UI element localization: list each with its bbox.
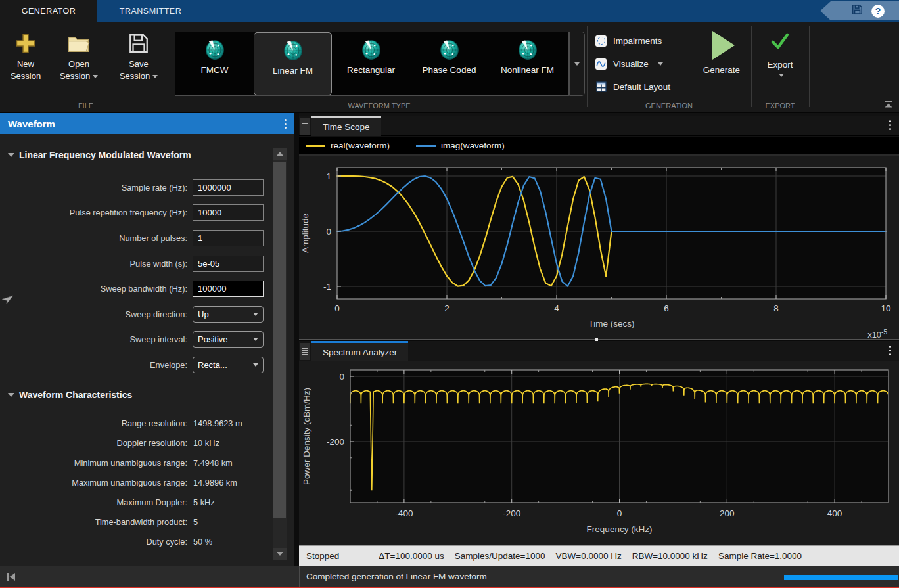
scroll-down-button[interactable] [273, 548, 287, 560]
visualize-button[interactable]: Visualize [595, 56, 663, 72]
play-icon [712, 31, 735, 60]
svg-text:Time (secs): Time (secs) [589, 319, 635, 328]
tab-transmitter[interactable]: TRANSMITTER [97, 0, 204, 22]
collapse-ribbon-button[interactable] [883, 100, 894, 109]
spectrum-menu-kebab-icon[interactable] [889, 346, 891, 355]
tab-time-scope[interactable]: Time Scope [311, 116, 381, 136]
generate-button[interactable]: Generate [694, 28, 749, 75]
panel-menu-kebab-icon[interactable] [285, 119, 287, 129]
field-row: Sample rate (Hz): [0, 179, 267, 196]
tab-generator-label: GENERATOR [22, 7, 76, 16]
radar-icon [360, 38, 382, 62]
sample-rate-input[interactable] [193, 179, 264, 196]
field-label: Envelope: [0, 360, 187, 370]
lfm-section-header[interactable]: Linear Frequency Modulated Waveform [8, 150, 191, 160]
save-icon[interactable] [851, 3, 864, 18]
waveform-item-linear-fm[interactable]: Linear FM [254, 32, 332, 95]
dropdown-arrow-icon [93, 75, 98, 78]
spectrum-status-strip: Stopped ΔT=100.0000 us Samples/Update=10… [299, 545, 899, 566]
bottom-bar-left [0, 566, 299, 587]
panel-scrollbar[interactable] [273, 148, 287, 560]
time-scope-tabbar: Time Scope [299, 116, 899, 136]
field-row: Sweep direction: Up [0, 305, 267, 323]
gallery-expand-button[interactable] [569, 32, 585, 96]
field-row: Sweep bandwidth (Hz): [0, 280, 267, 298]
generation-section-label: GENERATION [587, 102, 751, 110]
drag-grip-icon[interactable] [300, 343, 310, 360]
waveform-item-phase-coded[interactable]: Phase Coded [410, 32, 488, 95]
export-button[interactable]: Export [753, 28, 807, 77]
waveform-item-rectangular[interactable]: Rectangular [332, 32, 410, 95]
time-scope-legend: real(waveform) imag(waveform) [299, 137, 899, 156]
sweep-direction-dropdown[interactable]: Up [193, 306, 264, 323]
characteristic-row: Duty cycle:50 % [0, 535, 267, 548]
impairments-button[interactable]: Impairments [595, 33, 662, 49]
scrollbar-thumb[interactable] [273, 162, 286, 518]
dropdown-arrow-icon [152, 75, 158, 78]
field-label: Pulse repetition frequency (Hz): [0, 208, 187, 217]
legend-label: real(waveform) [331, 141, 390, 150]
dropdown-arrow-icon [779, 74, 784, 77]
field-label: Pulse width (s): [0, 259, 187, 269]
waveform-item-fmcw[interactable]: FMCW [175, 32, 254, 95]
radar-icon [517, 38, 539, 62]
panel-splitter-vertical[interactable] [294, 113, 299, 566]
layout-grid-icon [595, 81, 607, 93]
panel-title: Waveform [8, 118, 55, 129]
num-pulses-input[interactable] [193, 230, 264, 246]
ribbon-separator [172, 26, 172, 107]
generate-label: Generate [703, 65, 740, 75]
waveform-panel-header: Waveform [0, 113, 294, 134]
check-icon [770, 32, 791, 53]
time-scope-menu-kebab-icon[interactable] [889, 120, 891, 130]
waveform-item-label: Phase Coded [423, 65, 476, 76]
impairments-label: Impairments [613, 36, 662, 46]
svg-text:0: 0 [617, 509, 622, 518]
tab-generator[interactable]: GENERATOR [0, 0, 97, 22]
drag-grip-icon[interactable] [300, 118, 310, 135]
plus-icon [14, 28, 37, 58]
help-icon[interactable]: ? [871, 5, 885, 18]
visualize-label: Visualize [613, 59, 649, 69]
svg-text:1: 1 [326, 171, 331, 181]
svg-text:Frequency (kHz): Frequency (kHz) [587, 524, 653, 534]
open-session-button[interactable]: Open Session [51, 28, 106, 81]
scroll-up-button[interactable] [273, 148, 287, 160]
sweep-interval-dropdown[interactable]: Positive [193, 331, 264, 348]
ribbon-separator [809, 26, 810, 107]
new-session-button[interactable]: New Session [1, 28, 50, 81]
default-layout-button[interactable]: Default Layout [595, 79, 670, 95]
folder-icon [66, 28, 91, 58]
ribbon-separator [587, 26, 588, 107]
pulse-width-input[interactable] [193, 256, 264, 272]
characteristic-row: Maximum Doppler:5 kHz [0, 495, 267, 509]
save-session-label: Save Session [116, 58, 162, 81]
svg-text:8: 8 [773, 304, 779, 313]
sweep-bandwidth-input[interactable] [193, 281, 264, 297]
collapse-triangle-icon [8, 393, 14, 397]
ribbon: New Session Open Session Save Session FI… [0, 22, 899, 113]
save-session-button[interactable]: Save Session [110, 28, 167, 81]
sine-wave-icon [595, 58, 607, 70]
envelope-dropdown[interactable]: Recta... [193, 357, 264, 373]
collapse-panel-icon[interactable] [5, 571, 17, 583]
prf-input[interactable] [193, 204, 264, 221]
tab-spectrum-analyzer[interactable]: Spectrum Analyzer [311, 341, 408, 361]
svg-text:-1: -1 [323, 282, 331, 292]
radar-icon [204, 38, 226, 62]
toolstrip-tab-bar: GENERATOR TRANSMITTER ? [0, 0, 899, 22]
svg-text:0: 0 [339, 372, 344, 382]
waveform-type-gallery: FMCW Linear FM Rectangular Phase Coded N… [175, 32, 569, 96]
legend-item-real[interactable]: real(waveform) [306, 141, 390, 150]
characteristics-section-header[interactable]: Waveform Characteristics [8, 390, 132, 400]
time-scope-plot[interactable]: 024681010-1Time (secs)Amplitude [299, 156, 899, 339]
export-label: Export [767, 60, 793, 70]
waveform-item-nonlinear-fm[interactable]: Nonlinear FM [488, 32, 566, 95]
legend-item-imag[interactable]: imag(waveform) [416, 141, 505, 150]
svg-text:4: 4 [554, 304, 559, 313]
dropdown-arrow-icon [658, 62, 663, 66]
characteristic-row: Time-bandwidth product:5 [0, 515, 267, 528]
status-rbw: RBW=10.0000 kHz [632, 551, 708, 561]
spectrum-analyzer-plot[interactable]: -400-20002004000-200Frequency (kHz)Power… [299, 361, 899, 545]
collapse-triangle-icon [8, 153, 14, 157]
